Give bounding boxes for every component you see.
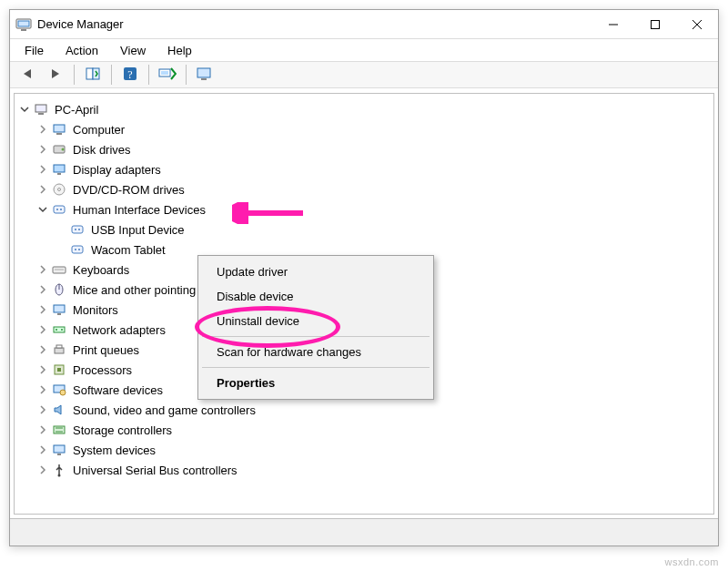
svg-rect-40	[54, 327, 65, 332]
close-button[interactable]	[676, 10, 718, 39]
svg-rect-8	[93, 68, 99, 79]
tree-item-label: Universal Serial Bus controllers	[71, 463, 239, 478]
tree-item-label: Wacom Tablet	[89, 242, 167, 258]
tree-item-computer[interactable]: Computer	[35, 119, 712, 139]
chevron-right-icon[interactable]	[36, 283, 49, 296]
svg-rect-18	[56, 133, 62, 135]
hid-icon	[51, 202, 67, 217]
svg-point-42	[61, 329, 63, 331]
toolbar: ?	[10, 61, 718, 88]
svg-rect-7	[86, 68, 93, 79]
context-menu-update-driver[interactable]: Update driver	[200, 260, 431, 284]
tree-item-label: USB Input Device	[89, 222, 187, 238]
chevron-right-icon[interactable]	[36, 143, 49, 156]
chevron-right-icon[interactable]	[36, 444, 49, 456]
help-icon: ?	[122, 66, 138, 85]
svg-point-33	[78, 249, 80, 250]
svg-rect-12	[161, 71, 168, 75]
context-menu-separator	[202, 367, 430, 368]
svg-rect-39	[57, 313, 61, 315]
chevron-right-icon[interactable]	[36, 423, 49, 436]
cpu-icon	[51, 362, 67, 377]
svg-rect-43	[55, 348, 64, 353]
cd-icon	[51, 182, 67, 197]
svg-point-48	[60, 390, 66, 395]
menu-file[interactable]: File	[15, 42, 53, 59]
toolbar-separator	[148, 65, 149, 85]
menu-view[interactable]: View	[111, 42, 155, 59]
show-hidden-button[interactable]	[80, 63, 106, 87]
tree-item-label: Storage controllers	[71, 423, 174, 438]
chevron-right-icon[interactable]	[36, 464, 49, 476]
toolbar-separator	[186, 65, 187, 85]
chevron-down-icon[interactable]	[36, 203, 49, 216]
context-menu-uninstall-device[interactable]: Uninstall device	[200, 309, 431, 333]
svg-rect-4	[652, 20, 660, 28]
svg-point-30	[78, 229, 80, 230]
tree-root-node[interactable]: PC-April	[16, 99, 712, 119]
help-button[interactable]: ?	[117, 63, 143, 87]
keyboard-icon	[51, 262, 67, 277]
tree-item-storage-controllers[interactable]: Storage controllers	[35, 420, 712, 440]
chevron-right-icon[interactable]	[36, 163, 49, 176]
mouse-icon	[51, 282, 67, 297]
tree-item-label: Computer	[71, 122, 126, 138]
tree-item-disk-drives[interactable]: Disk drives	[35, 139, 712, 159]
context-menu-disable-device[interactable]: Disable device	[200, 284, 431, 309]
svg-rect-51	[57, 454, 61, 455]
chevron-right-icon[interactable]	[36, 183, 49, 196]
tree-item-label: Display adapters	[71, 162, 163, 178]
menu-help[interactable]: Help	[158, 42, 201, 59]
context-menu-properties[interactable]: Properties	[200, 371, 431, 395]
app-icon	[15, 16, 32, 33]
context-menu: Update driverDisable deviceUninstall dev…	[197, 255, 434, 400]
svg-rect-13	[197, 68, 210, 77]
toolbar-separator	[74, 65, 75, 85]
show-hidden-icon	[85, 66, 101, 84]
window-title: Device Manager	[37, 17, 124, 31]
chevron-down-icon[interactable]	[18, 103, 31, 116]
menubar: File Action View Help	[10, 39, 718, 61]
tree-item-dvd-cd-rom-drives[interactable]: DVD/CD-ROM drives	[35, 179, 712, 199]
properties-icon	[196, 66, 214, 84]
tree-item-display-adapters[interactable]: Display adapters	[35, 159, 712, 179]
titlebar: Device Manager	[10, 10, 718, 39]
svg-point-26	[56, 209, 58, 210]
chevron-right-icon[interactable]	[36, 403, 49, 416]
tree-item-label: Keyboards	[71, 262, 131, 278]
chevron-right-icon[interactable]	[36, 123, 49, 136]
tree-item-system-devices[interactable]: System devices	[35, 440, 712, 460]
properties-button[interactable]	[192, 63, 217, 87]
svg-point-52	[58, 474, 61, 477]
network-icon	[51, 322, 67, 337]
tree-item-human-interface-devices[interactable]: Human Interface Devices	[35, 199, 712, 219]
context-menu-scan-for-hardware-changes[interactable]: Scan for hardware changes	[200, 340, 431, 364]
maximize-button[interactable]	[634, 10, 676, 39]
back-icon	[20, 67, 36, 83]
back-button[interactable]	[15, 63, 41, 87]
chevron-right-icon[interactable]	[36, 263, 49, 276]
svg-rect-25	[54, 206, 65, 213]
svg-rect-22	[57, 173, 61, 175]
svg-point-29	[75, 229, 76, 230]
svg-rect-21	[54, 165, 65, 172]
menu-action[interactable]: Action	[56, 42, 107, 59]
tree-item-usb-input-device[interactable]: USB Input Device	[53, 219, 712, 240]
hid-icon	[69, 222, 86, 237]
forward-button[interactable]	[43, 63, 68, 87]
tree-item-sound-video-and-game-controllers[interactable]: Sound, video and game controllers	[35, 400, 712, 420]
scan-button[interactable]	[155, 63, 180, 87]
chevron-right-icon[interactable]	[36, 363, 49, 376]
minimize-button[interactable]	[592, 10, 634, 39]
svg-point-27	[60, 209, 62, 210]
status-bar	[10, 518, 718, 546]
context-menu-separator	[202, 336, 430, 337]
chevron-right-icon[interactable]	[36, 323, 49, 336]
print-icon	[51, 342, 67, 357]
chevron-right-icon[interactable]	[36, 303, 49, 316]
chevron-right-icon[interactable]	[36, 383, 49, 396]
svg-rect-15	[35, 105, 46, 112]
hid-icon	[69, 242, 86, 257]
chevron-right-icon[interactable]	[36, 343, 49, 356]
tree-item-universal-serial-bus-controllers[interactable]: Universal Serial Bus controllers	[35, 460, 712, 480]
